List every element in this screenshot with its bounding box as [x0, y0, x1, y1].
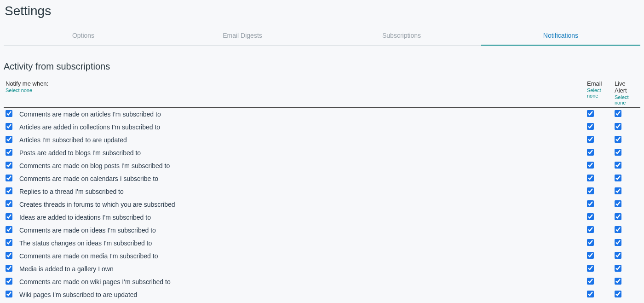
table-row: Ideas are added to ideations I'm subscri…: [4, 211, 640, 224]
row-master-checkbox[interactable]: [6, 278, 12, 285]
row-live-checkbox[interactable]: [615, 265, 621, 272]
col-header-notify: Notify me when: Select none: [4, 80, 585, 108]
section-title: Activity from subscriptions: [4, 61, 640, 72]
row-email-checkbox[interactable]: [587, 162, 594, 169]
row-live-checkbox[interactable]: [615, 200, 621, 207]
tab-email-digests[interactable]: Email Digests: [163, 27, 322, 46]
row-label: Comments are made on media I'm subscribe…: [19, 252, 158, 260]
tab-subscriptions[interactable]: Subscriptions: [322, 27, 481, 46]
row-label: Comments are made on wiki pages I'm subs…: [19, 278, 171, 286]
row-label: Comments are made on calendars I subscri…: [19, 175, 158, 182]
col-header-live: Live Alert Select none: [613, 80, 640, 108]
table-row: Posts are added to blogs I'm subscribed …: [4, 146, 640, 159]
row-label: Articles are added in collections I'm su…: [19, 123, 160, 131]
col-header-email: Email Select none: [585, 80, 613, 108]
row-master-checkbox[interactable]: [6, 226, 12, 233]
row-email-checkbox[interactable]: [587, 265, 594, 272]
row-live-checkbox[interactable]: [615, 213, 621, 220]
row-master-checkbox[interactable]: [6, 162, 12, 169]
row-live-checkbox[interactable]: [615, 187, 621, 194]
row-label: Comments are made on ideas I'm subscribe…: [19, 227, 156, 234]
row-email-checkbox[interactable]: [587, 252, 594, 259]
table-row: Wiki pages I'm subscribed to are updated: [4, 288, 640, 301]
tab-options[interactable]: Options: [4, 27, 163, 46]
table-row: The status changes on ideas I'm subscrib…: [4, 237, 640, 250]
tab-notifications[interactable]: Notifications: [481, 27, 640, 46]
row-email-checkbox[interactable]: [587, 149, 594, 156]
row-live-checkbox[interactable]: [615, 252, 621, 259]
row-live-checkbox[interactable]: [615, 239, 621, 246]
email-label: Email: [587, 80, 602, 87]
row-email-checkbox[interactable]: [587, 136, 594, 143]
table-row: Comments are made on calendars I subscri…: [4, 172, 640, 185]
row-email-checkbox[interactable]: [587, 200, 594, 207]
row-live-checkbox[interactable]: [615, 149, 621, 156]
row-label: The status changes on ideas I'm subscrib…: [19, 239, 152, 247]
table-row: Comments are made on blog posts I'm subs…: [4, 159, 640, 172]
row-master-checkbox[interactable]: [6, 200, 12, 207]
row-email-checkbox[interactable]: [587, 187, 594, 194]
notifications-tbody: Comments are made on articles I'm subscr…: [4, 108, 640, 302]
row-master-checkbox[interactable]: [6, 252, 12, 259]
row-email-checkbox[interactable]: [587, 123, 594, 130]
row-master-checkbox[interactable]: [6, 291, 12, 297]
row-email-checkbox[interactable]: [587, 278, 594, 285]
row-email-checkbox[interactable]: [587, 226, 594, 233]
row-email-checkbox[interactable]: [587, 213, 594, 220]
row-master-checkbox[interactable]: [6, 149, 12, 156]
table-row: Creates threads in forums to which you a…: [4, 198, 640, 211]
notifications-table: Notify me when: Select none Email Select…: [4, 80, 640, 301]
row-master-checkbox[interactable]: [6, 213, 12, 220]
row-email-checkbox[interactable]: [587, 175, 594, 181]
row-master-checkbox[interactable]: [6, 175, 12, 181]
table-row: Articles I'm subscribed to are updated: [4, 134, 640, 146]
table-row: Comments are made on ideas I'm subscribe…: [4, 224, 640, 237]
row-master-checkbox[interactable]: [6, 110, 12, 117]
row-live-checkbox[interactable]: [615, 291, 621, 297]
table-row: Media is added to a gallery I own: [4, 262, 640, 275]
row-live-checkbox[interactable]: [615, 162, 621, 169]
select-none-live[interactable]: Select none: [615, 94, 638, 105]
row-live-checkbox[interactable]: [615, 175, 621, 181]
row-live-checkbox[interactable]: [615, 110, 621, 117]
row-master-checkbox[interactable]: [6, 136, 12, 143]
table-row: Comments are made on media I'm subscribe…: [4, 250, 640, 262]
notify-label: Notify me when:: [6, 80, 48, 87]
row-email-checkbox[interactable]: [587, 291, 594, 297]
row-live-checkbox[interactable]: [615, 226, 621, 233]
row-label: Replies to a thread I'm subscribed to: [19, 188, 124, 195]
row-live-checkbox[interactable]: [615, 123, 621, 130]
page-title: Settings: [5, 4, 640, 18]
row-live-checkbox[interactable]: [615, 278, 621, 285]
row-label: Posts are added to blogs I'm subscribed …: [19, 149, 141, 157]
row-live-checkbox[interactable]: [615, 136, 621, 143]
tabs: OptionsEmail DigestsSubscriptionsNotific…: [4, 27, 640, 46]
table-row: Comments are made on articles I'm subscr…: [4, 108, 640, 121]
row-master-checkbox[interactable]: [6, 187, 12, 194]
row-label: Creates threads in forums to which you a…: [19, 201, 175, 208]
row-label: Ideas are added to ideations I'm subscri…: [19, 214, 151, 221]
select-none-notify[interactable]: Select none: [6, 87, 583, 93]
row-label: Comments are made on articles I'm subscr…: [19, 111, 161, 118]
row-label: Articles I'm subscribed to are updated: [19, 136, 127, 144]
row-label: Wiki pages I'm subscribed to are updated: [19, 291, 137, 298]
table-row: Replies to a thread I'm subscribed to: [4, 185, 640, 198]
row-email-checkbox[interactable]: [587, 239, 594, 246]
table-row: Articles are added in collections I'm su…: [4, 121, 640, 134]
row-email-checkbox[interactable]: [587, 110, 594, 117]
row-master-checkbox[interactable]: [6, 265, 12, 272]
row-label: Media is added to a gallery I own: [19, 265, 114, 273]
table-row: Comments are made on wiki pages I'm subs…: [4, 275, 640, 288]
row-label: Comments are made on blog posts I'm subs…: [19, 162, 170, 169]
select-none-email[interactable]: Select none: [587, 87, 611, 99]
live-label: Live Alert: [615, 80, 627, 94]
row-master-checkbox[interactable]: [6, 239, 12, 246]
row-master-checkbox[interactable]: [6, 123, 12, 130]
